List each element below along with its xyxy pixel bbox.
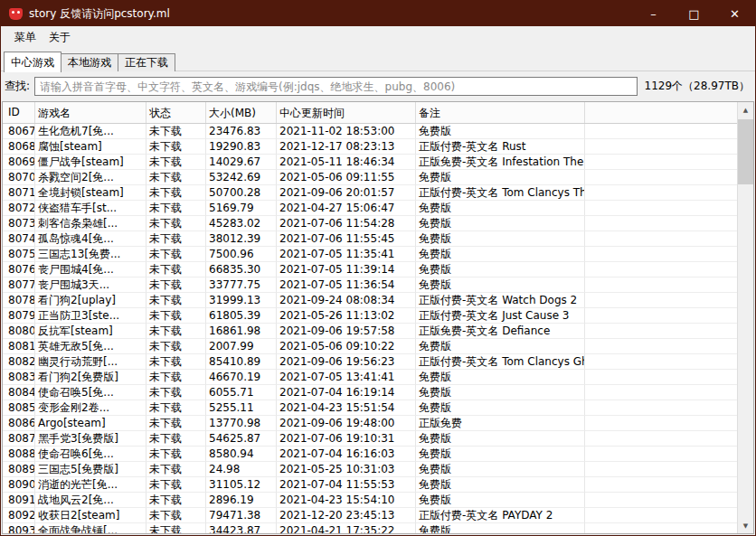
col-header-updated[interactable]: 中心更新时间 xyxy=(277,102,416,123)
cell-filler xyxy=(585,277,737,293)
cell-size: 14029.67 xyxy=(206,155,277,170)
cell-size: 85410.89 xyxy=(206,354,277,370)
cell-updated: 2021-05-25 10:31:03 xyxy=(277,462,416,477)
cell-size: 79471.38 xyxy=(206,508,277,523)
cell-updated: 2021-07-06 11:54:28 xyxy=(277,216,416,231)
table-row[interactable]: 8075三国志13[免费...未下载7500.962021-07-05 11:3… xyxy=(3,247,737,262)
cell-filler xyxy=(585,508,737,523)
cell-size: 2007.99 xyxy=(206,339,277,354)
cell-size: 33777.75 xyxy=(206,277,277,293)
cell-id: 8092 xyxy=(3,508,35,523)
cell-game-name: 看门狗2[uplay] xyxy=(35,293,146,308)
table-row[interactable]: 8068腐蚀[steam]未下载19290.832021-12-17 08:23… xyxy=(3,139,737,155)
vertical-scrollbar[interactable]: ▲ ▼ xyxy=(737,102,753,533)
cell-game-name: 黑手党3[免费版] xyxy=(35,431,146,447)
close-icon[interactable]: ✕ xyxy=(714,1,755,26)
table-row[interactable]: 8082幽灵行动荒野[...未下载85410.892021-09-06 19:5… xyxy=(3,354,737,370)
table-row[interactable]: 8084使命召唤5[免...未下载6055.712021-07-04 16:19… xyxy=(3,385,737,400)
cell-id: 8083 xyxy=(3,370,35,385)
cell-size: 45283.02 xyxy=(206,216,277,231)
cell-status: 未下载 xyxy=(146,308,206,324)
table-row[interactable]: 8070杀戮空间2[免...未下载53242.692021-05-06 09:1… xyxy=(3,170,737,185)
table-row[interactable]: 8093全面战争战锤[...未下载34423.872021-04-21 17:3… xyxy=(3,523,737,533)
cell-size: 46670.19 xyxy=(206,370,277,385)
col-header-id[interactable]: ID xyxy=(3,102,35,123)
scroll-down-icon[interactable]: ▼ xyxy=(738,518,753,533)
tab-local-games[interactable]: 本地游戏 xyxy=(61,53,118,71)
cell-filler xyxy=(585,370,737,385)
table-row[interactable]: 8069僵尸战争[steam]未下载14029.672021-05-11 18:… xyxy=(3,155,737,170)
cell-note: 免费版 xyxy=(416,170,585,185)
cell-status: 未下载 xyxy=(146,431,206,447)
cell-status: 未下载 xyxy=(146,231,206,247)
table-row[interactable]: 8087黑手党3[免费版]未下载54625.872021-07-06 19:10… xyxy=(3,431,737,447)
table-row[interactable]: 8090消逝的光芒[免...未下载31105.122021-07-04 11:5… xyxy=(3,477,737,493)
cell-size: 54625.87 xyxy=(206,431,277,447)
table-row[interactable]: 8074孤岛惊魂4[免...未下载38012.392021-07-06 11:5… xyxy=(3,231,737,247)
table-row[interactable]: 8085变形金刚2卷...未下载5255.112021-04-23 15:51:… xyxy=(3,400,737,416)
cell-status: 未下载 xyxy=(146,462,206,477)
cell-filler xyxy=(585,247,737,262)
minimize-icon[interactable]: – xyxy=(633,1,674,26)
table-row[interactable]: 8089三国志5[免费版]未下载24.982021-05-25 10:31:03… xyxy=(3,462,737,477)
table-row[interactable]: 8081英雄无敌5[免...未下载2007.992021-05-06 09:10… xyxy=(3,339,737,354)
tab-downloading[interactable]: 正在下载 xyxy=(118,53,175,71)
table-row[interactable]: 8083看门狗2[免费版]未下载46670.192021-07-05 13:41… xyxy=(3,370,737,385)
col-header-status[interactable]: 状态 xyxy=(146,102,206,123)
cell-filler xyxy=(585,216,737,231)
table-row[interactable]: 8078看门狗2[uplay]未下载31999.132021-09-24 08:… xyxy=(3,293,737,308)
col-header-filler xyxy=(585,102,737,123)
cell-game-name: 消逝的光芒[免... xyxy=(35,477,146,493)
cell-id: 8088 xyxy=(3,447,35,462)
tab-center-games[interactable]: 中心游戏 xyxy=(4,52,61,72)
scroll-up-icon[interactable]: ▲ xyxy=(738,102,753,118)
cell-game-name: 生化危机7[免... xyxy=(35,124,146,139)
table-row[interactable]: 8072侠盗猎车手[st...未下载5169.792021-04-27 15:0… xyxy=(3,201,737,216)
cell-status: 未下载 xyxy=(146,370,206,385)
cell-filler xyxy=(585,293,737,308)
cell-updated: 2021-05-06 09:10:22 xyxy=(277,339,416,354)
cell-game-name: 三国志13[免费... xyxy=(35,247,146,262)
table-row[interactable]: 8067生化危机7[免...未下载23476.832021-11-02 18:5… xyxy=(3,124,737,139)
table-row[interactable]: 8086Argo[steam]未下载13770.982021-09-06 19:… xyxy=(3,416,737,431)
cell-id: 8093 xyxy=(3,523,35,533)
table-row[interactable]: 8079正当防卫3[ste...未下载61805.392021-05-26 11… xyxy=(3,308,737,324)
games-table: ID 游戏名 状态 大小(MB) 中心更新时间 备注 8067生化危机7[免..… xyxy=(2,101,754,534)
cell-game-name: 变形金刚2卷... xyxy=(35,400,146,416)
cell-note: 免费版 xyxy=(416,201,585,216)
cell-updated: 2021-07-06 11:55:45 xyxy=(277,231,416,247)
cell-filler xyxy=(585,124,737,139)
cell-size: 50700.28 xyxy=(206,185,277,201)
table-row[interactable]: 8080反抗军[steam]未下载16861.982021-09-06 19:5… xyxy=(3,324,737,339)
table-row[interactable]: 8073刺客信条枭雄[...未下载45283.022021-07-06 11:5… xyxy=(3,216,737,231)
cell-id: 8081 xyxy=(3,339,35,354)
cell-game-name: 使命召唤6[免... xyxy=(35,447,146,462)
cell-game-name: 收获日2[steam] xyxy=(35,508,146,523)
window-controls: – □ ✕ xyxy=(633,1,755,26)
cell-updated: 2021-07-05 11:39:14 xyxy=(277,262,416,277)
cell-note: 免费版 xyxy=(416,400,585,416)
col-header-size[interactable]: 大小(MB) xyxy=(206,102,277,123)
cell-status: 未下载 xyxy=(146,277,206,293)
games-count-label: 1129个（28.97TB） xyxy=(642,79,752,94)
cell-note: 免费版 xyxy=(416,277,585,293)
scrollbar-thumb[interactable] xyxy=(738,119,753,184)
table-row[interactable]: 8077丧尸围城3天...未下载33777.752021-07-05 11:36… xyxy=(3,277,737,293)
table-row[interactable]: 8091战地风云2[免...未下载2896.192021-04-23 15:54… xyxy=(3,493,737,508)
cell-id: 8073 xyxy=(3,216,35,231)
app-icon[interactable] xyxy=(9,8,23,20)
maximize-icon[interactable]: □ xyxy=(674,1,714,26)
col-header-note[interactable]: 备注 xyxy=(416,102,585,123)
col-header-game-name[interactable]: 游戏名 xyxy=(35,102,146,123)
cell-size: 2896.19 xyxy=(206,493,277,508)
table-row[interactable]: 8092收获日2[steam]未下载79471.382021-12-20 23:… xyxy=(3,508,737,523)
table-row[interactable]: 8071全境封锁[steam]未下载50700.282021-09-06 20:… xyxy=(3,185,737,201)
cell-filler xyxy=(585,400,737,416)
cell-id: 8069 xyxy=(3,155,35,170)
table-row[interactable]: 8076丧尸围城4[免...未下载66835.302021-07-05 11:3… xyxy=(3,262,737,277)
table-row[interactable]: 8088使命召唤6[免...未下载8580.942021-07-04 16:16… xyxy=(3,447,737,462)
menu-item-menu[interactable]: 菜单 xyxy=(8,28,43,47)
menu-item-about[interactable]: 关于 xyxy=(43,28,77,47)
search-input[interactable] xyxy=(34,77,637,96)
cell-id: 8085 xyxy=(3,400,35,416)
